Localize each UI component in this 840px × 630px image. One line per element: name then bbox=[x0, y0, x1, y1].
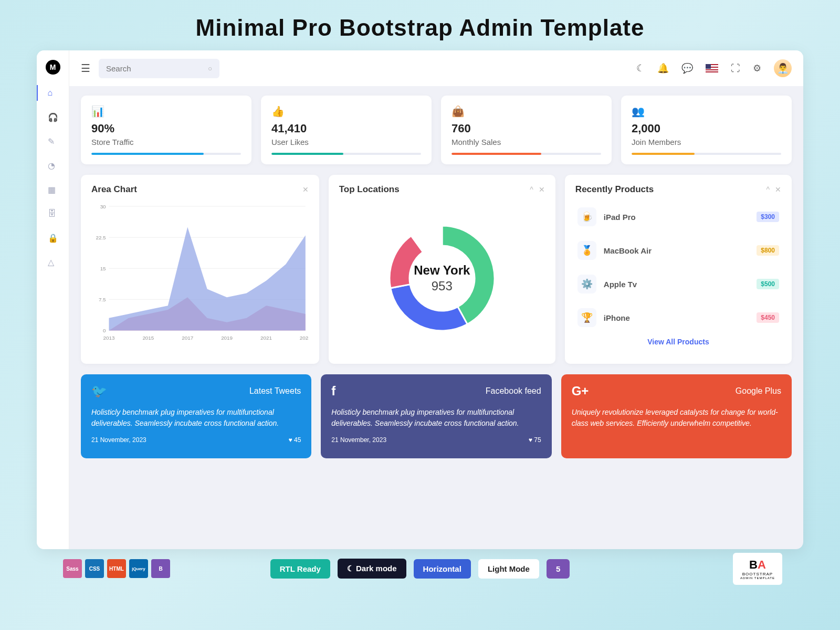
product-name: MacBook Air bbox=[604, 246, 749, 255]
stat-icon: 👍 bbox=[271, 105, 421, 118]
logo-icon[interactable]: M bbox=[46, 60, 60, 75]
html5-icon: HTML bbox=[107, 559, 126, 578]
svg-text:2023: 2023 bbox=[300, 335, 309, 341]
social-likes: ♥ 45 bbox=[289, 436, 301, 444]
search-input[interactable] bbox=[99, 59, 219, 78]
product-item[interactable]: 🏆 iPhone $450 bbox=[575, 303, 781, 332]
bootstrap-admin-logo: BA BOOTSTRAP ADMIN TEMPLATE bbox=[733, 553, 782, 585]
svg-text:22.5: 22.5 bbox=[96, 235, 106, 240]
avatar[interactable]: 👨‍💼 bbox=[774, 59, 792, 77]
clock-icon[interactable]: ◔ bbox=[48, 161, 58, 171]
bell-icon[interactable]: 🔔 bbox=[657, 62, 669, 74]
area-chart-panel: Area Chart ✕ 07.51522.530201320152017201… bbox=[81, 175, 319, 364]
stat-card: 📊 90% Store Traffic bbox=[81, 96, 251, 164]
svg-text:7.5: 7.5 bbox=[99, 297, 106, 302]
menu-toggle-icon[interactable]: ☰ bbox=[81, 62, 90, 75]
product-price: $800 bbox=[757, 245, 779, 256]
topbar-actions: ☾ 🔔 💬 ⛶ ⚙ 👨‍💼 bbox=[636, 59, 792, 77]
view-all-link[interactable]: View All Products bbox=[575, 338, 781, 346]
product-price: $450 bbox=[757, 312, 779, 323]
product-item[interactable]: 🏅 MacBook Air $800 bbox=[575, 236, 781, 265]
product-item[interactable]: ⚙️ Apple Tv $500 bbox=[575, 269, 781, 299]
rtl-badge[interactable]: RTL Ready bbox=[270, 559, 330, 579]
social-title: Google Plus bbox=[736, 386, 781, 396]
home-icon[interactable]: ⌂ bbox=[48, 88, 58, 99]
jquery-icon: jQuery bbox=[129, 559, 148, 578]
grid-icon[interactable]: ▦ bbox=[48, 185, 58, 195]
bootstrap5-badge[interactable]: 5 bbox=[547, 559, 570, 579]
app-window: M ⌂ 🎧 ✎ ◔ ▦ 🗄 🔒 △ ☰ ○ ☾ 🔔 💬 ⛶ ⚙ 👨‍💼 bbox=[37, 50, 803, 549]
close-icon[interactable]: ✕ bbox=[302, 185, 309, 194]
bootstrap-icon: B bbox=[151, 559, 170, 578]
chat-icon[interactable]: 💬 bbox=[681, 62, 693, 74]
product-list: 🍺 iPad Pro $300 🏅 MacBook Air $800 ⚙️ Ap… bbox=[575, 202, 781, 332]
social-card: G+ Google Plus Uniquely revolutionize le… bbox=[561, 374, 792, 458]
product-icon: ⚙️ bbox=[578, 275, 596, 293]
css3-icon: CSS bbox=[85, 559, 104, 578]
product-price: $300 bbox=[757, 212, 779, 222]
product-price: $500 bbox=[757, 279, 779, 289]
moon-icon[interactable]: ☾ bbox=[636, 62, 645, 74]
social-text: Holisticly benchmark plug imperatives fo… bbox=[331, 407, 541, 429]
stat-card: 👍 41,410 User Likes bbox=[261, 96, 432, 164]
stat-card: 👜 760 Monthly Sales bbox=[441, 96, 612, 164]
close-icon[interactable]: ✕ bbox=[775, 185, 781, 194]
svg-text:30: 30 bbox=[100, 204, 106, 209]
product-name: iPhone bbox=[604, 313, 749, 322]
horizontal-badge[interactable]: Horizontal bbox=[414, 559, 471, 579]
main-area: ☰ ○ ☾ 🔔 💬 ⛶ ⚙ 👨‍💼 📊 90% Store Traffic 👍 bbox=[69, 50, 803, 549]
page-title: Minimal Pro Bootstrap Admin Template bbox=[0, 0, 840, 50]
social-icon: f bbox=[331, 384, 335, 398]
fullscreen-icon[interactable]: ⛶ bbox=[731, 63, 740, 74]
stat-icon: 👥 bbox=[632, 105, 781, 118]
edit-icon[interactable]: ✎ bbox=[48, 136, 58, 147]
database-icon[interactable]: 🗄 bbox=[48, 209, 58, 219]
stat-card: 👥 2,000 Join Members bbox=[621, 96, 792, 164]
svg-text:2015: 2015 bbox=[142, 335, 154, 341]
sidebar: M ⌂ 🎧 ✎ ◔ ▦ 🗄 🔒 △ bbox=[37, 50, 69, 549]
product-item[interactable]: 🍺 iPad Pro $300 bbox=[575, 202, 781, 232]
stat-value: 41,410 bbox=[271, 122, 421, 135]
lock-icon[interactable]: 🔒 bbox=[48, 233, 58, 244]
product-name: iPad Pro bbox=[604, 213, 749, 222]
social-row: 🐦 Latest Tweets Holisticly benchmark plu… bbox=[81, 374, 792, 458]
products-panel: Recently Products ^✕ 🍺 iPad Pro $300 🏅 M… bbox=[565, 175, 792, 364]
svg-text:15: 15 bbox=[100, 266, 106, 271]
sass-icon: Sass bbox=[63, 559, 82, 578]
product-name: Apple Tv bbox=[604, 280, 749, 289]
stat-icon: 📊 bbox=[91, 105, 241, 118]
social-icon: 🐦 bbox=[91, 384, 107, 398]
product-icon: 🍺 bbox=[578, 207, 596, 226]
social-date: 21 November, 2023 bbox=[91, 436, 146, 444]
svg-text:2013: 2013 bbox=[103, 335, 115, 341]
stat-label: Store Traffic bbox=[91, 138, 241, 146]
social-text: Uniquely revolutionize leveraged catalys… bbox=[572, 407, 781, 429]
social-text: Holisticly benchmark plug imperatives fo… bbox=[91, 407, 301, 429]
panel-title: Area Chart bbox=[91, 184, 137, 195]
social-card: f Facebook feed Holisticly benchmark plu… bbox=[321, 374, 551, 458]
lightmode-badge[interactable]: Light Mode bbox=[478, 559, 539, 579]
close-icon[interactable]: ✕ bbox=[539, 185, 545, 194]
collapse-icon[interactable]: ^ bbox=[530, 185, 533, 194]
flag-us-icon[interactable] bbox=[706, 64, 718, 72]
stat-label: Join Members bbox=[632, 138, 781, 146]
stat-value: 90% bbox=[91, 122, 241, 135]
panel-title: Recently Products bbox=[575, 184, 654, 195]
social-likes: ♥ 75 bbox=[529, 436, 541, 444]
headphones-icon[interactable]: 🎧 bbox=[48, 112, 58, 123]
search-icon[interactable]: ○ bbox=[208, 65, 212, 72]
svg-text:2021: 2021 bbox=[260, 335, 272, 341]
product-icon: 🏅 bbox=[578, 241, 596, 260]
area-chart: 07.51522.530201320152017201920212023 bbox=[91, 202, 309, 349]
warning-icon[interactable]: △ bbox=[48, 257, 58, 268]
sliders-icon[interactable]: ⚙ bbox=[753, 62, 761, 74]
stat-value: 760 bbox=[452, 122, 601, 135]
top-locations-panel: Top Locations ^✕ New York 953 bbox=[329, 175, 555, 364]
svg-text:2019: 2019 bbox=[221, 335, 233, 341]
stat-value: 2,000 bbox=[632, 122, 781, 135]
collapse-icon[interactable]: ^ bbox=[766, 185, 770, 194]
social-title: Facebook feed bbox=[486, 386, 541, 396]
svg-text:0: 0 bbox=[103, 328, 106, 333]
darkmode-badge[interactable]: ☾ Dark mode bbox=[338, 559, 406, 579]
panel-title: Top Locations bbox=[339, 184, 400, 195]
